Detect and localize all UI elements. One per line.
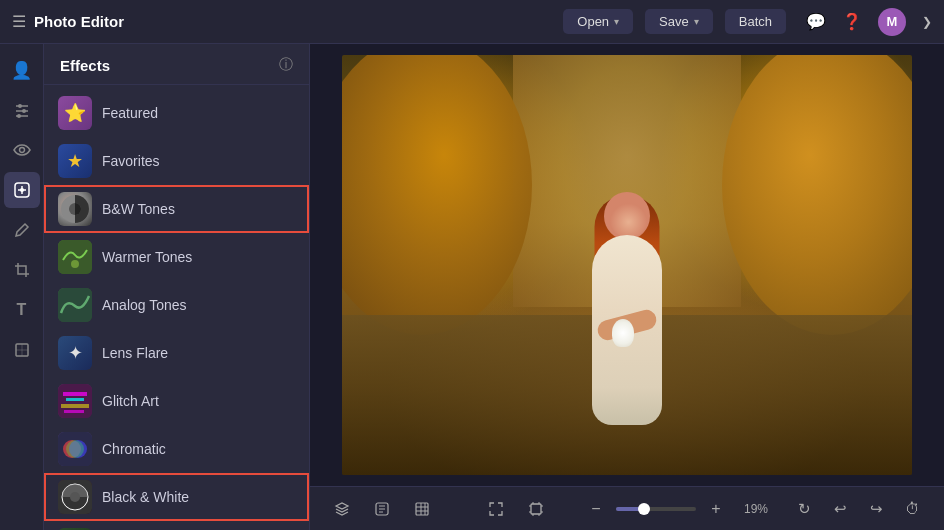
effect-icon-featured: ⭐ bbox=[58, 96, 92, 130]
app-title: Photo Editor bbox=[34, 13, 124, 30]
effect-item-favorites[interactable]: ★ Favorites bbox=[44, 137, 309, 185]
effect-icon-lens-flare: ✦ bbox=[58, 336, 92, 370]
rail-icon-sliders[interactable] bbox=[4, 92, 40, 128]
bottom-toolbar: − + 19% ↻ ↩ ↪ ⏱ bbox=[310, 486, 944, 530]
svg-rect-41 bbox=[416, 503, 428, 515]
effect-item-black-white[interactable]: Black & White bbox=[44, 473, 309, 521]
menu-icon[interactable]: ☰ bbox=[12, 12, 26, 31]
effect-label-glitch-art: Glitch Art bbox=[102, 393, 159, 409]
zoom-slider[interactable] bbox=[616, 507, 696, 511]
rail-icon-eye[interactable] bbox=[4, 132, 40, 168]
open-chevron-icon: ▾ bbox=[614, 16, 619, 27]
toolbar-right: ↻ ↩ ↪ ⏱ bbox=[788, 493, 928, 525]
open-button[interactable]: Open ▾ bbox=[563, 9, 633, 34]
layers-button[interactable] bbox=[326, 493, 358, 525]
svg-rect-17 bbox=[66, 398, 84, 401]
zoom-level: 19% bbox=[736, 502, 768, 516]
main-area: 👤 bbox=[0, 44, 944, 530]
rail-icon-text[interactable]: T bbox=[4, 292, 40, 328]
topbar-icons: 💬 ❓ M ❯ bbox=[806, 8, 932, 36]
svg-point-23 bbox=[66, 440, 84, 458]
svg-point-6 bbox=[19, 148, 24, 153]
effect-icon-warmer-tones bbox=[58, 240, 92, 274]
rotate-button[interactable]: ↻ bbox=[788, 493, 820, 525]
effect-label-warmer-tones: Warmer Tones bbox=[102, 249, 192, 265]
svg-point-13 bbox=[71, 260, 79, 268]
svg-point-1 bbox=[18, 104, 22, 108]
photo-scene bbox=[342, 55, 912, 475]
effect-item-analog-tones[interactable]: Analog Tones bbox=[44, 281, 309, 329]
batch-button[interactable]: Batch bbox=[725, 9, 786, 34]
effect-label-black-white: Black & White bbox=[102, 489, 189, 505]
effect-item-warmer-tones[interactable]: Warmer Tones bbox=[44, 233, 309, 281]
effect-item-glitch-art[interactable]: Glitch Art bbox=[44, 377, 309, 425]
chat-icon[interactable]: 💬 bbox=[806, 12, 826, 31]
redo-button[interactable]: ↪ bbox=[860, 493, 892, 525]
history-time-button[interactable]: ⏱ bbox=[896, 493, 928, 525]
crop-view-button[interactable] bbox=[520, 493, 552, 525]
effects-header: Effects ⓘ bbox=[44, 44, 309, 85]
svg-point-8 bbox=[20, 188, 24, 192]
svg-point-5 bbox=[17, 114, 21, 118]
effect-label-bw-tones: B&W Tones bbox=[102, 201, 175, 217]
topbar: ☰ Photo Editor Open ▾ Save ▾ Batch 💬 ❓ M… bbox=[0, 0, 944, 44]
photo-container bbox=[342, 55, 912, 475]
svg-rect-18 bbox=[61, 404, 89, 408]
grid-button[interactable] bbox=[406, 493, 438, 525]
effect-item-chromatic[interactable]: Chromatic bbox=[44, 425, 309, 473]
effects-title: Effects bbox=[60, 57, 110, 74]
effect-item-lens-flare[interactable]: ✦ Lens Flare bbox=[44, 329, 309, 377]
effect-item-featured[interactable]: ⭐ Featured bbox=[44, 89, 309, 137]
expand-icon[interactable]: ❯ bbox=[922, 15, 932, 29]
rail-icon-brush[interactable] bbox=[4, 212, 40, 248]
effect-label-analog-tones: Analog Tones bbox=[102, 297, 187, 313]
svg-point-26 bbox=[70, 492, 80, 502]
effect-icon-favorites: ★ bbox=[58, 144, 92, 178]
icon-rail: 👤 bbox=[0, 44, 44, 530]
avatar[interactable]: M bbox=[878, 8, 906, 36]
effects-list: ⭐ Featured ★ Favorites B&W Tones Warmer … bbox=[44, 85, 309, 530]
svg-rect-46 bbox=[531, 504, 541, 514]
effect-label-lens-flare: Lens Flare bbox=[102, 345, 168, 361]
effect-item-charcoal[interactable]: 🏙 Charcoal bbox=[44, 521, 309, 530]
save-chevron-icon: ▾ bbox=[694, 16, 699, 27]
rail-icon-shape[interactable] bbox=[4, 332, 40, 368]
canvas-content[interactable] bbox=[310, 44, 944, 486]
effect-label-chromatic: Chromatic bbox=[102, 441, 166, 457]
effect-label-featured: Featured bbox=[102, 105, 158, 121]
app-logo: ☰ Photo Editor bbox=[12, 12, 124, 31]
effects-panel: Effects ⓘ ⭐ Featured ★ Favorites B&W Ton… bbox=[44, 44, 310, 530]
effect-icon-black-white bbox=[58, 480, 92, 514]
svg-rect-16 bbox=[63, 392, 87, 396]
svg-rect-12 bbox=[58, 240, 92, 274]
effects-info-icon[interactable]: ⓘ bbox=[279, 56, 293, 74]
rail-icon-effects[interactable] bbox=[4, 172, 40, 208]
save-button[interactable]: Save ▾ bbox=[645, 9, 713, 34]
effect-icon-chromatic bbox=[58, 432, 92, 466]
fit-button[interactable] bbox=[480, 493, 512, 525]
history-button[interactable] bbox=[366, 493, 398, 525]
effect-icon-bw-tones bbox=[58, 192, 92, 226]
effect-label-favorites: Favorites bbox=[102, 153, 160, 169]
effect-item-bw-tones[interactable]: B&W Tones bbox=[44, 185, 309, 233]
rail-icon-person[interactable]: 👤 bbox=[4, 52, 40, 88]
effect-icon-analog-tones bbox=[58, 288, 92, 322]
photo-image bbox=[342, 55, 912, 475]
canvas-area: − + 19% ↻ ↩ ↪ ⏱ bbox=[310, 44, 944, 530]
zoom-out-button[interactable]: − bbox=[584, 497, 608, 521]
undo-button[interactable]: ↩ bbox=[824, 493, 856, 525]
zoom-in-button[interactable]: + bbox=[704, 497, 728, 521]
effect-icon-glitch-art bbox=[58, 384, 92, 418]
help-icon[interactable]: ❓ bbox=[842, 12, 862, 31]
rail-icon-crop[interactable] bbox=[4, 252, 40, 288]
svg-rect-19 bbox=[64, 410, 84, 413]
svg-point-3 bbox=[22, 109, 26, 113]
